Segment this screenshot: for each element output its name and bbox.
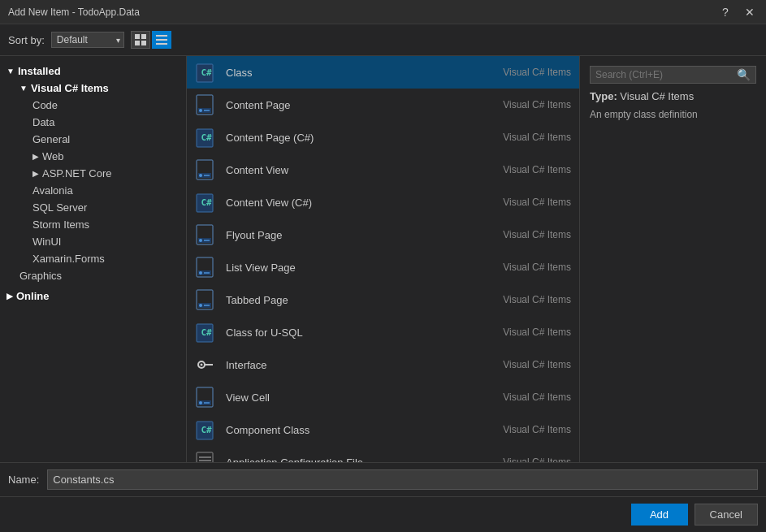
data-label: Data — [32, 116, 54, 128]
app-config-icon: config — [195, 451, 218, 462]
svg-text:C#: C# — [201, 327, 212, 338]
name-label: Name: — [8, 474, 39, 486]
sidebar-online-header[interactable]: ▶ Online — [0, 288, 186, 305]
cancel-button[interactable]: Cancel — [695, 504, 758, 526]
name-input[interactable] — [47, 469, 758, 490]
item-category-content-view-cs: Visual C# Items — [503, 197, 571, 208]
sidebar-item-aspnet-core[interactable]: ▶ ASP.NET Core — [26, 165, 186, 182]
svg-text:C#: C# — [201, 67, 212, 78]
list-item[interactable]: C# Class Visual C# Items — [187, 56, 579, 89]
web-arrow: ▶ — [32, 152, 39, 161]
svg-text:C#: C# — [201, 132, 212, 143]
online-label: Online — [16, 290, 49, 302]
svg-rect-4 — [156, 35, 167, 37]
list-view-button[interactable] — [152, 31, 171, 49]
search-icon: 🔍 — [737, 68, 751, 81]
list-item[interactable]: config Application Configuration File Vi… — [187, 446, 579, 462]
title-bar: Add New Item - TodoApp.Data ? ✕ — [0, 0, 766, 24]
svg-point-36 — [201, 364, 203, 366]
item-name-content-page-cs: Content Page (C#) — [226, 132, 495, 144]
storm-items-label: Storm Items — [32, 218, 89, 231]
sidebar-item-avalonia[interactable]: Avalonia — [26, 182, 186, 199]
installed-arrow: ▼ — [6, 67, 15, 76]
right-panel: 🔍 Type: Visual C# Items An empty class d… — [579, 56, 766, 462]
item-category-class: Visual C# Items — [503, 67, 571, 78]
item-name-interface: Interface — [226, 359, 495, 371]
item-category-list-view-page: Visual C# Items — [503, 262, 571, 273]
list-item[interactable]: C# Class for U-SQL Visual C# Items — [187, 316, 579, 348]
graphics-label: Graphics — [19, 270, 62, 282]
list-item[interactable]: C# Content Page (C#) Visual C# Items — [187, 121, 579, 154]
svg-point-40 — [199, 401, 202, 404]
item-name-list-view-page: List View Page — [226, 262, 495, 274]
web-label: Web — [42, 150, 64, 162]
sidebar-installed-header[interactable]: ▼ Installed — [0, 63, 186, 80]
xamarin-forms-label: Xamarin.Forms — [32, 253, 105, 265]
help-button[interactable]: ? — [717, 6, 734, 19]
content-view-cs-icon: C# — [195, 191, 218, 214]
list-item[interactable]: List View Page Visual C# Items — [187, 251, 579, 283]
online-arrow: ▶ — [6, 292, 13, 301]
sidebar-item-graphics[interactable]: Graphics — [13, 267, 186, 284]
list-item[interactable]: C# Component Class Visual C# Items — [187, 413, 579, 446]
close-button[interactable]: ✕ — [742, 6, 758, 19]
sidebar-item-general[interactable]: General — [26, 131, 186, 148]
item-category-tabbed-page: Visual C# Items — [503, 294, 571, 305]
search-input[interactable] — [595, 69, 737, 80]
list-view-page-icon — [195, 256, 218, 279]
list-item[interactable]: C# Content View (C#) Visual C# Items — [187, 186, 579, 218]
type-label: Type: — [590, 90, 617, 102]
sidebar-item-code[interactable]: Code — [26, 97, 186, 114]
add-button[interactable]: Add — [631, 504, 688, 526]
list-item[interactable]: Content View Visual C# Items — [187, 154, 579, 186]
sidebar-item-data[interactable]: Data — [26, 114, 186, 131]
sidebar-item-xamarin-forms[interactable]: Xamarin.Forms — [26, 250, 186, 267]
visual-csharp-arrow: ▼ — [19, 84, 28, 93]
type-value: Visual C# Items — [620, 90, 694, 102]
sidebar-item-visual-csharp[interactable]: ▼ Visual C# Items — [13, 80, 186, 97]
avalonia-label: Avalonia — [32, 184, 73, 197]
aspnet-label: ASP.NET Core — [42, 167, 112, 179]
item-name-content-page: Content Page — [226, 99, 495, 111]
tabbed-page-icon — [195, 288, 218, 311]
winui-label: WinUI — [32, 236, 61, 248]
dialog-title: Add New Item - TodoApp.Data — [8, 6, 140, 18]
item-category-component-class: Visual C# Items — [503, 424, 571, 435]
item-category-app-config: Visual C# Items — [503, 456, 571, 462]
svg-point-23 — [199, 239, 202, 242]
type-info: Type: Visual C# Items — [590, 90, 756, 102]
item-name-content-view: Content View — [226, 164, 495, 176]
items-list: C# Class Visual C# Items — [187, 56, 579, 462]
sidebar-item-sql-server[interactable]: SQL Server — [26, 199, 186, 216]
item-name-app-config: Application Configuration File — [226, 456, 495, 463]
sidebar-item-web[interactable]: ▶ Web — [26, 148, 186, 165]
list-item[interactable]: View Cell Visual C# Items — [187, 381, 579, 413]
list-item[interactable]: Content Page Visual C# Items — [187, 89, 579, 121]
item-category-flyout-page: Visual C# Items — [503, 229, 571, 240]
search-box[interactable]: 🔍 — [590, 66, 756, 84]
sidebar-item-winui[interactable]: WinUI — [26, 233, 186, 250]
list-item[interactable]: Interface Visual C# Items — [187, 348, 579, 381]
item-category-class-usql: Visual C# Items — [503, 327, 571, 338]
item-name-view-cell: View Cell — [226, 391, 495, 404]
aspnet-arrow: ▶ — [32, 169, 39, 178]
sort-select[interactable]: Default Name Category — [51, 32, 124, 48]
svg-rect-1 — [141, 34, 146, 39]
svg-rect-0 — [135, 34, 140, 39]
title-bar-controls: ? ✕ — [717, 6, 758, 19]
grid-view-button[interactable] — [131, 31, 150, 49]
item-name-content-view-cs: Content View (C#) — [226, 197, 495, 209]
list-item[interactable]: Tabbed Page Visual C# Items — [187, 283, 579, 316]
item-name-flyout-page: Flyout Page — [226, 229, 495, 241]
item-name-component-class: Component Class — [226, 424, 495, 436]
content-page-cs-icon: C# — [195, 126, 218, 149]
item-category-view-cell: Visual C# Items — [503, 391, 571, 403]
class-usql-icon: C# — [195, 321, 218, 344]
visual-csharp-label: Visual C# Items — [31, 82, 109, 94]
sql-server-label: SQL Server — [32, 201, 87, 214]
list-item[interactable]: Flyout Page Visual C# Items — [187, 218, 579, 251]
svg-rect-3 — [141, 41, 146, 45]
sidebar-item-storm-items[interactable]: Storm Items — [26, 216, 186, 233]
center-panel: C# Class Visual C# Items — [187, 56, 579, 462]
svg-text:C#: C# — [201, 197, 212, 208]
